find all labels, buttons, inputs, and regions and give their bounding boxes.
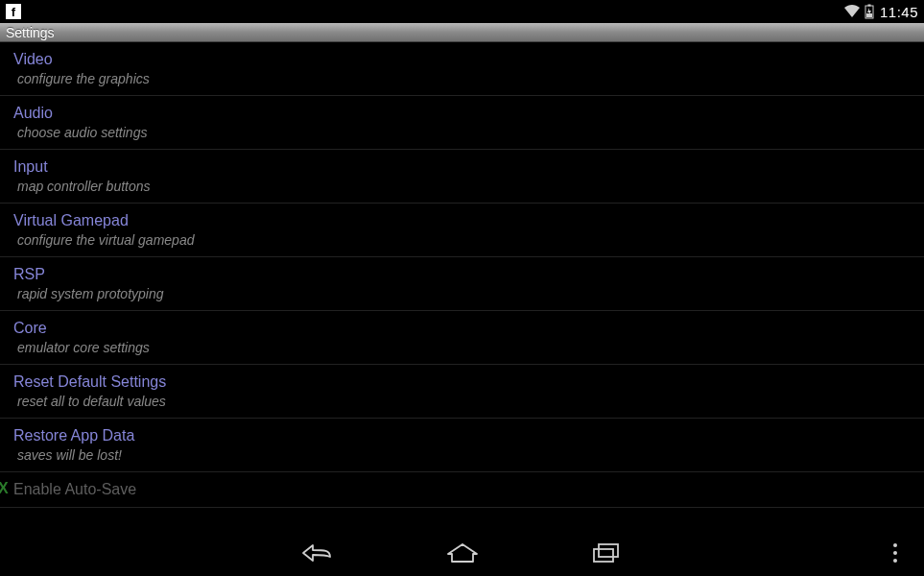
settings-item-subtitle: configure the graphics (13, 71, 911, 86)
settings-item-restore-app-data[interactable]: Restore App Datasaves will be lost! (0, 419, 924, 472)
settings-item-video[interactable]: Videoconfigure the graphics (0, 42, 924, 96)
settings-item-reset-default-settings[interactable]: Reset Default Settingsreset all to defau… (0, 365, 924, 419)
settings-item-title: Audio (13, 105, 911, 122)
settings-item-subtitle: emulator core settings (13, 340, 911, 355)
title-bar: Settings (0, 23, 924, 42)
settings-item-title: Reset Default Settings (13, 373, 911, 391)
battery-icon (865, 4, 874, 19)
svg-rect-4 (599, 544, 618, 557)
home-button[interactable] (443, 538, 482, 568)
settings-item-subtitle: configure the virtual gamepad (13, 232, 911, 248)
wifi-icon (843, 5, 861, 18)
settings-item-audio[interactable]: Audiochoose audio settings (0, 96, 924, 150)
settings-item-title: Restore App Data (13, 427, 911, 444)
settings-item-input[interactable]: Inputmap controller buttons (0, 150, 924, 204)
settings-item-title: Video (13, 51, 911, 68)
settings-item-subtitle: map controller buttons (13, 179, 911, 194)
settings-item-subtitle: rapid system prototyping (13, 286, 911, 301)
svg-rect-1 (867, 5, 870, 7)
settings-item-enable-auto-save[interactable]: XEnable Auto-Save (0, 472, 924, 508)
settings-item-title: Virtual Gamepad (13, 212, 911, 229)
status-bar: f 11:45 (0, 0, 924, 23)
facebook-notification-icon: f (6, 4, 21, 19)
status-clock: 11:45 (880, 4, 918, 20)
settings-item-core[interactable]: Coreemulator core settings (0, 311, 924, 365)
page-title: Settings (6, 25, 55, 40)
settings-item-title: Enable Auto-Save (13, 481, 911, 498)
check-icon: X (0, 480, 9, 497)
navigation-bar (0, 530, 924, 576)
settings-item-title: Input (13, 158, 911, 176)
settings-item-subtitle: choose audio settings (13, 125, 911, 140)
overflow-menu-button[interactable] (880, 530, 911, 576)
settings-item-title: RSP (13, 266, 911, 283)
settings-item-subtitle: reset all to default values (13, 394, 911, 409)
settings-item-rsp[interactable]: RSPrapid system prototyping (0, 257, 924, 311)
settings-item-subtitle: saves will be lost! (13, 447, 911, 463)
recent-apps-button[interactable] (587, 538, 626, 568)
settings-list[interactable]: Videoconfigure the graphicsAudiochoose a… (0, 42, 924, 530)
settings-item-virtual-gamepad[interactable]: Virtual Gamepadconfigure the virtual gam… (0, 204, 924, 257)
back-button[interactable] (299, 538, 338, 568)
settings-item-title: Core (13, 320, 911, 337)
svg-rect-3 (594, 549, 613, 562)
